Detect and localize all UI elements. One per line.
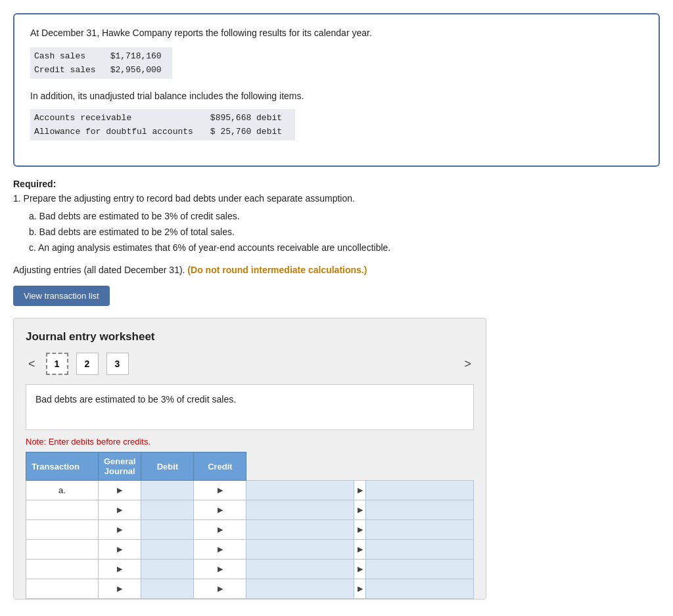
arrow-cell-0: ▶ [99, 481, 141, 500]
adjusting-warning: (Do not round intermediate calculations.… [187, 265, 367, 275]
arrow-cell-debit-4: ▶ [194, 560, 246, 579]
arrow-cell-credit-1: ▶ [354, 500, 366, 520]
credit-input-2[interactable] [366, 520, 473, 539]
credit-cell-4[interactable] [366, 560, 474, 579]
description-box: Bad debts are estimated to be 3% of cred… [26, 384, 474, 430]
arrow-cell-debit-0: ▶ [194, 481, 246, 500]
journal-input-2[interactable] [141, 520, 193, 539]
debit-cell-2[interactable] [246, 520, 354, 540]
arrow-cell-debit-2: ▶ [194, 520, 246, 540]
required-item1: 1. Prepare the adjusting entry to record… [13, 193, 660, 204]
arrow-cell-debit-1: ▶ [194, 500, 246, 520]
transaction-cell-1 [26, 500, 99, 520]
credit-input-1[interactable] [366, 500, 473, 519]
nav-row: < 1 2 3 > [26, 353, 474, 375]
problem-box: At December 31, Hawke Company reports th… [13, 13, 660, 167]
col-general-journal: General Journal [99, 452, 141, 481]
credit-cell-2[interactable] [366, 520, 474, 540]
addition-text: In addition, its unadjusted trial balanc… [30, 91, 643, 101]
arrow-cell-credit-5: ▶ [354, 579, 366, 599]
credit-input-4[interactable] [366, 560, 473, 579]
cash-sales-value: $1,718,160 [106, 47, 172, 63]
credit-cell-1[interactable] [366, 500, 474, 520]
adjusting-note: Adjusting entries (all dated December 31… [13, 265, 660, 275]
journal-input-0[interactable] [141, 481, 193, 500]
sub-item-a: a. Bad debts are estimated to be 3% of c… [29, 209, 660, 225]
sub-item-b: b. Bad debts are estimated to be 2% of t… [29, 225, 660, 240]
sub-items: a. Bad debts are estimated to be 3% of c… [29, 209, 660, 255]
debit-input-4[interactable] [246, 560, 354, 579]
credit-cell-3[interactable] [366, 540, 474, 560]
arrow-cell-credit-0: ▶ [354, 481, 366, 500]
credit-input-5[interactable] [366, 579, 473, 598]
tab-1-button[interactable]: 1 [46, 353, 68, 375]
journal-input-cell-1[interactable] [141, 500, 194, 520]
worksheet-container: Journal entry worksheet < 1 2 3 > Bad de… [13, 318, 486, 600]
debit-input-2[interactable] [246, 520, 354, 539]
journal-table: Transaction General Journal Debit Credit… [26, 452, 474, 599]
journal-input-5[interactable] [141, 579, 193, 598]
debit-cell-5[interactable] [246, 579, 354, 599]
credit-input-0[interactable] [366, 481, 473, 500]
debit-cell-3[interactable] [246, 540, 354, 560]
journal-input-cell-2[interactable] [141, 520, 194, 540]
arrow-cell-2: ▶ [99, 520, 141, 540]
arrow-cell-credit-2: ▶ [354, 520, 366, 540]
tab-2-button[interactable]: 2 [76, 353, 99, 375]
note-text: Note: Enter debits before credits. [26, 437, 474, 447]
prev-arrow[interactable]: < [26, 357, 38, 371]
sales-table: Cash sales $1,718,160 Credit sales $2,95… [30, 47, 172, 79]
transaction-cell-5 [26, 579, 99, 599]
arrow-cell-1: ▶ [99, 500, 141, 520]
ar-label: Accounts receivable [30, 109, 206, 125]
cash-sales-label: Cash sales [30, 47, 106, 63]
debit-input-5[interactable] [246, 579, 354, 598]
journal-input-4[interactable] [141, 560, 193, 579]
worksheet-title: Journal entry worksheet [26, 330, 474, 343]
credit-input-3[interactable] [366, 540, 473, 559]
arrow-cell-4: ▶ [99, 560, 141, 579]
debit-input-0[interactable] [246, 481, 354, 500]
debit-cell-1[interactable] [246, 500, 354, 520]
credit-sales-value: $2,956,000 [106, 63, 172, 79]
allowance-value: $ 25,760 debit [206, 125, 295, 141]
debit-cell-0[interactable] [246, 481, 354, 500]
debit-input-1[interactable] [246, 500, 354, 519]
transaction-cell-3 [26, 540, 99, 560]
journal-input-cell-4[interactable] [141, 560, 194, 579]
sub-item-c: c. An aging analysis estimates that 6% o… [29, 240, 660, 256]
arrow-cell-debit-3: ▶ [194, 540, 246, 560]
debit-input-3[interactable] [246, 540, 354, 559]
transaction-cell-4 [26, 560, 99, 579]
required-label: Required: [13, 179, 660, 189]
transaction-cell-0: a. [26, 481, 99, 500]
adjusting-prefix: Adjusting entries (all dated December 31… [13, 265, 185, 275]
balance-table: Accounts receivable $895,668 debit Allow… [30, 109, 295, 141]
journal-input-cell-0[interactable] [141, 481, 194, 500]
ar-value: $895,668 debit [206, 109, 295, 125]
required-section: Required: 1. Prepare the adjusting entry… [13, 179, 660, 255]
next-arrow[interactable]: > [461, 357, 474, 371]
col-credit: Credit [194, 452, 246, 481]
tab-3-button[interactable]: 3 [106, 353, 129, 375]
credit-cell-0[interactable] [366, 481, 474, 500]
journal-input-cell-5[interactable] [141, 579, 194, 599]
credit-sales-label: Credit sales [30, 63, 106, 79]
journal-input-1[interactable] [141, 500, 193, 519]
view-transaction-list-button[interactable]: View transaction list [13, 286, 110, 306]
arrow-cell-3: ▶ [99, 540, 141, 560]
col-debit: Debit [141, 452, 194, 481]
credit-cell-5[interactable] [366, 579, 474, 599]
col-transaction: Transaction [26, 452, 99, 481]
arrow-cell-credit-4: ▶ [354, 560, 366, 579]
problem-intro: At December 31, Hawke Company reports th… [30, 28, 643, 38]
arrow-cell-debit-5: ▶ [194, 579, 246, 599]
journal-input-3[interactable] [141, 540, 193, 559]
arrow-cell-5: ▶ [99, 579, 141, 599]
arrow-cell-credit-3: ▶ [354, 540, 366, 560]
transaction-cell-2 [26, 520, 99, 540]
journal-input-cell-3[interactable] [141, 540, 194, 560]
allowance-label: Allowance for doubtful accounts [30, 125, 206, 141]
debit-cell-4[interactable] [246, 560, 354, 579]
